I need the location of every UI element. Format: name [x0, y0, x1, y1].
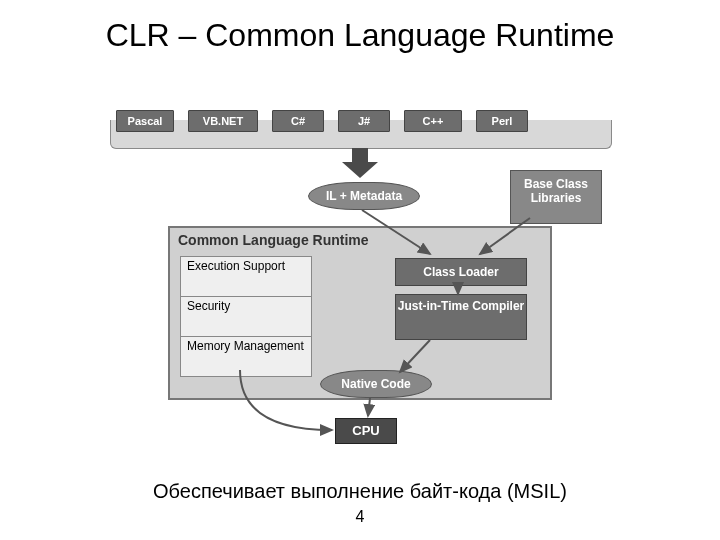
page-number: 4 [0, 508, 720, 526]
svg-line-4 [368, 398, 370, 416]
base-class-libraries-box: Base Class Libraries [510, 170, 602, 224]
lang-csharp: C# [272, 110, 324, 132]
lang-jsharp: J# [338, 110, 390, 132]
lang-vbnet: VB.NET [188, 110, 258, 132]
service-execution-support: Execution Support [181, 257, 311, 297]
il-metadata-pill: IL + Metadata [308, 182, 420, 210]
clr-diagram: Pascal VB.NET C# J# C++ Perl IL + Metada… [110, 110, 610, 470]
service-security: Security [181, 297, 311, 337]
cpu-box: CPU [335, 418, 397, 444]
arrow-languages-to-il [340, 148, 380, 178]
lang-cpp: C++ [404, 110, 462, 132]
lang-pascal: Pascal [116, 110, 174, 132]
slide: CLR – Common Language Runtime Pascal VB.… [0, 0, 720, 540]
class-loader-box: Class Loader [395, 258, 527, 286]
slide-title: CLR – Common Language Runtime [0, 16, 720, 54]
clr-services-box: Execution Support Security Memory Manage… [180, 256, 312, 377]
slide-caption: Обеспечивает выполнение байт-кода (MSIL) [0, 480, 720, 503]
lang-perl: Perl [476, 110, 528, 132]
clr-label: Common Language Runtime [178, 232, 369, 248]
native-code-pill: Native Code [320, 370, 432, 398]
service-memory-management: Memory Management [181, 337, 311, 376]
jit-compiler-box: Just-in-Time Compiler [395, 294, 527, 340]
